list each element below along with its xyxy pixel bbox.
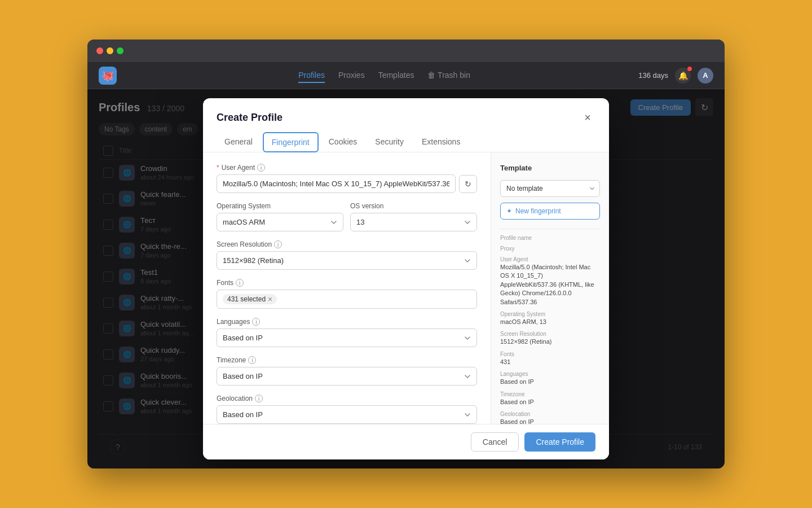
dialog-body: * User Agent i ↻ Op [203, 152, 609, 424]
summary-geolocation-value: Based on IP [500, 418, 600, 424]
nav-right: 136 days 🔔 A [638, 68, 713, 84]
screen-res-info-icon: i [274, 240, 282, 248]
notification-badge [687, 67, 692, 71]
nav-trash[interactable]: 🗑 Trash bin [427, 68, 470, 83]
summary-fonts-label: Fonts [500, 351, 600, 357]
screen-res-field-group: Screen Resolution i 1512×982 (Retina) [217, 240, 477, 270]
dialog-left: * User Agent i ↻ Op [203, 152, 491, 424]
nav-templates[interactable]: Templates [378, 68, 414, 83]
fonts-tag-input[interactable]: 431 selected × [217, 290, 477, 309]
user-agent-label: * User Agent i [217, 164, 477, 172]
right-panel-divider [500, 229, 600, 229]
summary-fonts-value: 431 [500, 358, 600, 366]
days-label: 136 days [638, 71, 668, 80]
summary-proxy-label: Proxy [500, 246, 600, 252]
tab-extensions[interactable]: Extensions [414, 132, 468, 152]
user-agent-input-row: ↻ [217, 174, 477, 193]
template-title: Template [500, 164, 600, 172]
dialog-tabs: General Fingerprint Cookies Security Ext… [203, 125, 609, 152]
minimize-traffic-light[interactable] [107, 47, 113, 54]
geolocation-select[interactable]: Based on IP [217, 405, 477, 424]
timezone-field-group: Timezone i Based on IP [217, 356, 477, 386]
summary-languages: Languages Based on IP [500, 371, 600, 386]
user-agent-refresh-button[interactable]: ↻ [459, 175, 477, 193]
user-avatar[interactable]: A [698, 68, 713, 84]
os-label: Operating System [217, 202, 343, 210]
nav-proxies[interactable]: Proxies [338, 68, 365, 83]
timezone-select[interactable]: Based on IP [217, 367, 477, 386]
new-fingerprint-label: New fingerprint [515, 207, 561, 215]
dialog-right-panel: Template No template ✦ New fingerprint P… [491, 152, 609, 424]
os-version-label: OS version [350, 202, 477, 210]
os-select[interactable]: macOS ARM [217, 213, 343, 231]
os-version-field-group: OS version 13 [350, 202, 477, 231]
summary-timezone: Timezone Based on IP [500, 391, 600, 406]
maximize-traffic-light[interactable] [117, 47, 123, 54]
tab-fingerprint[interactable]: Fingerprint [263, 132, 319, 152]
fingerprint-icon: ✦ [506, 207, 512, 215]
user-agent-field-group: * User Agent i ↻ [217, 164, 477, 193]
summary-timezone-value: Based on IP [500, 398, 600, 406]
tab-general[interactable]: General [217, 132, 261, 152]
languages-label: Languages i [217, 318, 477, 326]
main-content: Profiles 133 / 2000 Create Profile ↻ No … [87, 89, 725, 468]
summary-profile-name-label: Profile name [500, 235, 600, 241]
summary-screen-res-label: Screen Resolution [500, 331, 600, 337]
fonts-info-icon: i [236, 279, 244, 287]
app-logo: 🐙 [99, 67, 117, 85]
os-version-select[interactable]: 13 [350, 213, 477, 231]
tab-cookies[interactable]: Cookies [321, 132, 365, 152]
summary-user-agent-value: Mozilla/5.0 (Macintosh; Intel Mac OS X 1… [500, 263, 600, 306]
nav-bar: 🐙 Profiles Proxies Templates 🗑 Trash bin… [87, 62, 725, 89]
geolocation-label: Geolocation i [217, 395, 477, 402]
summary-geolocation: Geolocation Based on IP [500, 411, 600, 424]
geolocation-info-icon: i [255, 395, 263, 402]
create-profile-submit-button[interactable]: Create Profile [524, 432, 595, 452]
timezone-label: Timezone i [217, 356, 477, 364]
fonts-chip-remove[interactable]: × [268, 295, 272, 303]
summary-os-value: macOS ARM, 13 [500, 318, 600, 326]
new-fingerprint-button[interactable]: ✦ New fingerprint [500, 203, 600, 220]
summary-languages-label: Languages [500, 371, 600, 377]
dialog-footer: Cancel Create Profile [203, 424, 609, 459]
os-row: Operating System macOS ARM OS version 13 [217, 202, 477, 240]
template-select[interactable]: No template [500, 180, 600, 197]
fonts-chip: 431 selected × [223, 294, 277, 304]
required-asterisk: * [217, 164, 219, 172]
create-profile-dialog: Create Profile × General Fingerprint Coo… [203, 98, 609, 459]
summary-user-agent: User Agent Mozilla/5.0 (Macintosh; Intel… [500, 256, 600, 306]
user-agent-info-icon: i [257, 164, 265, 172]
timezone-info-icon: i [248, 356, 256, 364]
summary-screen-res: Screen Resolution 1512×982 (Retina) [500, 331, 600, 346]
notifications-button[interactable]: 🔔 [675, 68, 691, 84]
languages-select[interactable]: Based on IP [217, 329, 477, 347]
fonts-label: Fonts i [217, 279, 477, 287]
summary-user-agent-label: User Agent [500, 256, 600, 262]
close-traffic-light[interactable] [96, 47, 103, 54]
dialog-close-button[interactable]: × [580, 110, 595, 125]
cancel-button[interactable]: Cancel [471, 432, 519, 452]
languages-field-group: Languages i Based on IP [217, 318, 477, 347]
user-agent-input[interactable] [217, 174, 456, 193]
dialog-title: Create Profile [217, 112, 283, 124]
os-field-group: Operating System macOS ARM [217, 202, 343, 231]
summary-timezone-label: Timezone [500, 391, 600, 397]
languages-info-icon: i [252, 318, 260, 326]
modal-backdrop: Create Profile × General Fingerprint Coo… [87, 89, 725, 468]
nav-profiles[interactable]: Profiles [298, 68, 325, 83]
screen-res-label: Screen Resolution i [217, 240, 477, 248]
summary-profile-name: Profile name [500, 235, 600, 241]
dialog-header: Create Profile × [203, 98, 609, 125]
nav-links: Profiles Proxies Templates 🗑 Trash bin [130, 68, 638, 83]
summary-os: Operating System macOS ARM, 13 [500, 311, 600, 326]
screen-res-select[interactable]: 1512×982 (Retina) [217, 251, 477, 270]
traffic-lights [96, 47, 123, 54]
fonts-field-group: Fonts i 431 selected × [217, 279, 477, 309]
browser-window: 🐙 Profiles Proxies Templates 🗑 Trash bin… [87, 40, 725, 468]
tab-security[interactable]: Security [367, 132, 412, 152]
summary-geolocation-label: Geolocation [500, 411, 600, 417]
summary-proxy: Proxy [500, 246, 600, 252]
summary-fonts: Fonts 431 [500, 351, 600, 366]
titlebar [87, 40, 725, 62]
summary-os-label: Operating System [500, 311, 600, 317]
